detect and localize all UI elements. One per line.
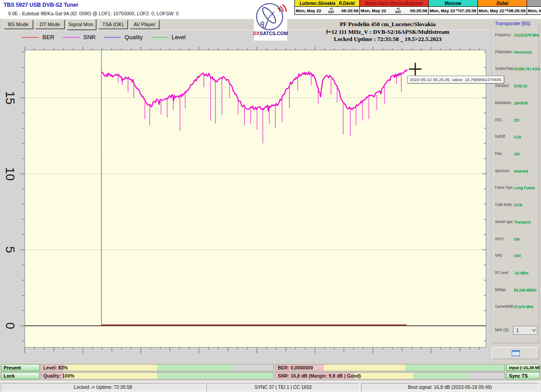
clock-time: Mon, May 22+307:25:06 xyxy=(527,7,541,15)
mis-selected-value: 1 xyxy=(516,328,531,333)
transponder-row-label: CarrierWidth: xyxy=(495,304,514,309)
legend-item-ber: BER xyxy=(22,34,55,41)
transponder-row: Symbol Rate:31396,751 KS/s xyxy=(491,66,541,72)
chart-title-line3: Locked Uptime : 72:35:58 _ 19.5>22.5.202… xyxy=(280,36,496,43)
clock-time: Mon, May 22+307:25:06 xyxy=(429,7,477,15)
transponder-row-value: 31396,751 KS/s xyxy=(514,66,540,71)
mode-tabs: BS ModeDT ModeSignal Mon.TSA (OK)AV Play… xyxy=(4,20,161,30)
transponder-row-label: Stream type: xyxy=(495,219,513,224)
transponder-row-value: -32 dBm xyxy=(514,270,528,275)
ber-progressbar: BER: 0,0000000 xyxy=(275,364,505,371)
snr-chart-plot-area[interactable]: 2023-05-22 06.25.05, value: 16,799999237… xyxy=(25,50,486,347)
transponder-row: RF Level:-32 dBm xyxy=(491,270,541,276)
transponder-row-value: 2/3 xyxy=(514,118,519,123)
mis-label: MIS (3): xyxy=(495,328,509,332)
clock-date: Mon, May 22 xyxy=(479,8,504,13)
transponder-row-label: Spectrum: xyxy=(495,169,510,173)
status-bar: Locked -> Uptime: 72:35:58 SYNC 37 | TEI… xyxy=(0,381,541,392)
logo-text: DXSATCS.COM xyxy=(253,31,288,36)
legend-item-level: Level xyxy=(151,34,186,41)
transponder-row-label: Pilot: xyxy=(495,151,502,156)
clock-timezone-offset: +1DST xyxy=(328,8,334,14)
tz-offset: +4 xyxy=(504,9,508,12)
tab-signal-mon-[interactable]: Signal Mon. xyxy=(67,19,96,30)
show-ts-window-button[interactable] xyxy=(492,347,539,359)
legend-line-swatch xyxy=(63,37,80,38)
transponder-row-value: Horizontal xyxy=(514,50,532,55)
transponder-row: Spectrum:Inverted xyxy=(491,169,541,174)
legend-label: BER xyxy=(42,34,55,41)
clock-time-value: 06:25:06 xyxy=(410,8,427,13)
clock-city-label: Moscow xyxy=(429,0,477,7)
clock-time: Mon, May 22+1DST06:25:06 xyxy=(360,7,428,15)
y-axis-tick-label: 0 xyxy=(2,316,18,336)
transponder-row-value: CCM xyxy=(514,202,522,207)
world-clocks-bar: Lučenec-Slovakia _R.DávidMon, May 22+1DS… xyxy=(294,0,541,15)
transponder-row: Pilot:ON xyxy=(491,151,541,157)
clock-date: Mon, May 22 xyxy=(528,8,541,13)
level-progressbar: Level: 83% xyxy=(41,364,274,371)
level-label: Level: 83% xyxy=(43,365,68,370)
transponder-row-value: Transport xyxy=(514,219,531,224)
transponder-row-value: Long Frame xyxy=(514,185,535,190)
clock-date: Mon, May 22 xyxy=(361,8,386,13)
tz-dst: DST xyxy=(328,11,334,14)
status-uptime: Locked -> Uptime: 72:35:58 xyxy=(1,383,205,391)
ber-label: BER: 0,0000000 xyxy=(278,365,313,370)
signal-chart-panel: BERSNRQualityLevel PF Prodelin 450 cm_Lu… xyxy=(0,30,491,362)
transponder-row: BitRate:83,105 Mbit/s xyxy=(491,287,541,293)
transponder-row-value: OFF xyxy=(514,253,521,258)
transponder-row-value: 0.20 xyxy=(514,134,521,139)
transponder-sidebar: Transponder [BS] Frequency:12110,878 MHz… xyxy=(491,20,541,361)
legend-line-swatch xyxy=(151,37,168,38)
transponder-row-label: Symbol Rate: xyxy=(495,66,514,71)
snr-label: SNR: 16,8 dB (Margin: 9,8 dB | Good) xyxy=(278,373,361,378)
tab-bs-mode[interactable]: BS Mode xyxy=(4,20,33,29)
sync-ts-badge: Sync TS xyxy=(506,372,540,379)
chevron-down-icon xyxy=(531,329,537,332)
legend-item-snr: SNR xyxy=(63,34,96,41)
transponder-row: FEC:2/3 xyxy=(491,118,541,123)
clock-time-value: 07:25:06 xyxy=(459,8,477,13)
clock-column: Lučenec-Slovakia _R.DávidMon, May 22+1DS… xyxy=(294,0,359,15)
legend-label: SNR xyxy=(83,34,96,41)
tab-av-player[interactable]: AV Player xyxy=(130,20,159,29)
status-sync-counters: SYNC 37 | TEI 1 | CC 1652 xyxy=(206,383,360,391)
clock-column: MoscowMon, May 22+307:25:06 xyxy=(428,0,477,15)
status-best-signal: Best signal: 16,8 dB (2023-05-19 05:49) xyxy=(361,383,539,391)
transponder-row-value: 37,676 MHz xyxy=(514,304,534,309)
clock-timezone-offset: +1DST xyxy=(395,8,401,14)
app-title: TBS 5927 USB DVB-S2 Tuner xyxy=(4,2,78,8)
transponder-row-label: RF Level: xyxy=(495,270,509,275)
transponder-row: CarrierWidth:37,676 MHz xyxy=(491,304,541,310)
transponder-row: Frequency:12110,878 MHz xyxy=(491,32,541,38)
clock-timezone-offset: +4 xyxy=(504,9,508,12)
y-axis-tick-label: 15 xyxy=(2,88,18,108)
mis-dropdown[interactable]: 1 xyxy=(513,326,537,335)
clock-time: Mon, May 22+408:25:06 xyxy=(478,7,527,15)
satellite-dish-icon xyxy=(254,2,287,32)
transponder-row-value: 16APSK xyxy=(514,100,528,105)
transponder-row: Standard:DVB-S2 xyxy=(491,83,541,89)
quality-progressbar: Quality: 100% xyxy=(41,372,274,379)
clock-column: DubaiMon, May 22+408:25:06 xyxy=(477,0,527,15)
chart-title-line1: PF Prodelin 450 cm_Lucenec/Slovakia xyxy=(280,21,496,28)
transponder-row-label: ISSYI: xyxy=(495,237,504,241)
clock-column: AthensMon, May 22+307:25:06 xyxy=(527,0,541,15)
clock-column: Berlin-Paris-Vienna-BelgradeMon, May 22+… xyxy=(359,0,428,15)
tab-tsa-ok-[interactable]: TSA (OK) xyxy=(98,20,128,29)
y-axis-tick-label: 5 xyxy=(2,240,18,260)
transponder-row-value: 83,105 Mbit/s xyxy=(514,287,536,292)
clock-time-value: 08:25:06 xyxy=(509,8,526,13)
snr-chart-canvas xyxy=(16,41,495,356)
legend-item-quality: Quality xyxy=(104,34,142,41)
clock-date: Mon, May 22 xyxy=(430,8,455,13)
tz-dst: DST xyxy=(395,11,401,14)
transponder-row: Stream type:Transport xyxy=(491,219,541,225)
clock-time: Mon, May 22+1DST06:25:06 xyxy=(295,7,359,15)
tab-dt-mode[interactable]: DT Mode xyxy=(35,20,64,29)
window-icon xyxy=(512,350,520,356)
clock-city-label: Dubai xyxy=(478,0,527,7)
transponder-row-label: Modulation: xyxy=(495,100,512,105)
lock-indicator: Lock xyxy=(1,372,40,379)
